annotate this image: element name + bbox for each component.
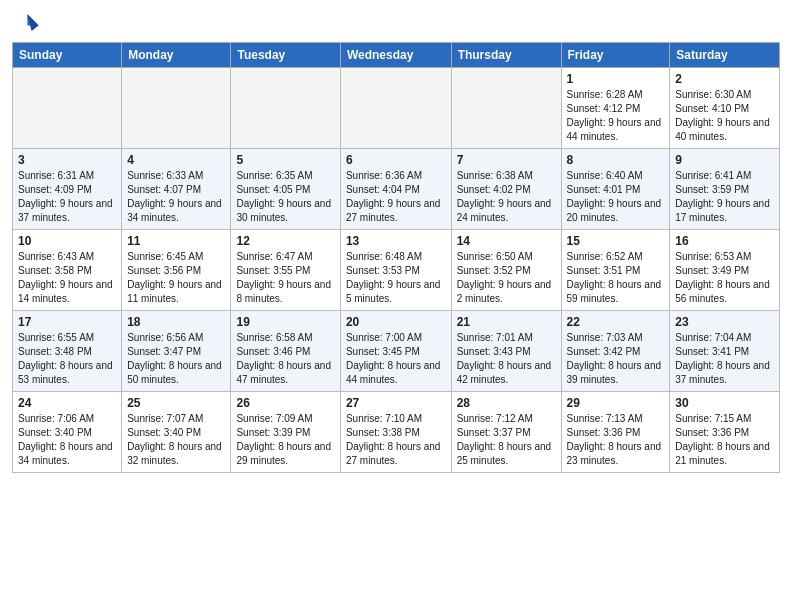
day-info: Sunrise: 6:53 AM Sunset: 3:49 PM Dayligh… (675, 250, 774, 306)
day-number: 18 (127, 315, 225, 329)
calendar-cell: 8Sunrise: 6:40 AM Sunset: 4:01 PM Daylig… (561, 149, 670, 230)
calendar-week-0: 1Sunrise: 6:28 AM Sunset: 4:12 PM Daylig… (13, 68, 780, 149)
calendar-cell: 28Sunrise: 7:12 AM Sunset: 3:37 PM Dayli… (451, 392, 561, 473)
calendar-cell (340, 68, 451, 149)
day-number: 6 (346, 153, 446, 167)
day-number: 29 (567, 396, 665, 410)
day-info: Sunrise: 6:56 AM Sunset: 3:47 PM Dayligh… (127, 331, 225, 387)
day-info: Sunrise: 7:07 AM Sunset: 3:40 PM Dayligh… (127, 412, 225, 468)
calendar-cell: 13Sunrise: 6:48 AM Sunset: 3:53 PM Dayli… (340, 230, 451, 311)
calendar-cell: 18Sunrise: 6:56 AM Sunset: 3:47 PM Dayli… (122, 311, 231, 392)
day-info: Sunrise: 7:10 AM Sunset: 3:38 PM Dayligh… (346, 412, 446, 468)
logo-icon (12, 10, 40, 38)
day-number: 30 (675, 396, 774, 410)
day-info: Sunrise: 6:38 AM Sunset: 4:02 PM Dayligh… (457, 169, 556, 225)
day-info: Sunrise: 6:43 AM Sunset: 3:58 PM Dayligh… (18, 250, 116, 306)
day-number: 20 (346, 315, 446, 329)
logo (12, 10, 42, 38)
calendar-header-monday: Monday (122, 43, 231, 68)
day-number: 24 (18, 396, 116, 410)
day-number: 23 (675, 315, 774, 329)
day-info: Sunrise: 6:58 AM Sunset: 3:46 PM Dayligh… (236, 331, 334, 387)
day-info: Sunrise: 7:04 AM Sunset: 3:41 PM Dayligh… (675, 331, 774, 387)
day-info: Sunrise: 7:00 AM Sunset: 3:45 PM Dayligh… (346, 331, 446, 387)
day-info: Sunrise: 6:31 AM Sunset: 4:09 PM Dayligh… (18, 169, 116, 225)
day-info: Sunrise: 6:28 AM Sunset: 4:12 PM Dayligh… (567, 88, 665, 144)
day-number: 4 (127, 153, 225, 167)
day-number: 14 (457, 234, 556, 248)
day-info: Sunrise: 6:36 AM Sunset: 4:04 PM Dayligh… (346, 169, 446, 225)
calendar-cell: 10Sunrise: 6:43 AM Sunset: 3:58 PM Dayli… (13, 230, 122, 311)
calendar-cell: 19Sunrise: 6:58 AM Sunset: 3:46 PM Dayli… (231, 311, 340, 392)
calendar-cell: 9Sunrise: 6:41 AM Sunset: 3:59 PM Daylig… (670, 149, 780, 230)
calendar-cell (122, 68, 231, 149)
calendar-cell: 25Sunrise: 7:07 AM Sunset: 3:40 PM Dayli… (122, 392, 231, 473)
calendar-cell: 16Sunrise: 6:53 AM Sunset: 3:49 PM Dayli… (670, 230, 780, 311)
calendar-cell: 2Sunrise: 6:30 AM Sunset: 4:10 PM Daylig… (670, 68, 780, 149)
calendar-cell: 14Sunrise: 6:50 AM Sunset: 3:52 PM Dayli… (451, 230, 561, 311)
day-number: 8 (567, 153, 665, 167)
calendar-cell: 30Sunrise: 7:15 AM Sunset: 3:36 PM Dayli… (670, 392, 780, 473)
day-number: 26 (236, 396, 334, 410)
day-info: Sunrise: 6:33 AM Sunset: 4:07 PM Dayligh… (127, 169, 225, 225)
calendar-cell: 26Sunrise: 7:09 AM Sunset: 3:39 PM Dayli… (231, 392, 340, 473)
day-number: 7 (457, 153, 556, 167)
calendar-cell (231, 68, 340, 149)
calendar-header-thursday: Thursday (451, 43, 561, 68)
calendar-table: SundayMondayTuesdayWednesdayThursdayFrid… (12, 42, 780, 473)
day-number: 13 (346, 234, 446, 248)
calendar-week-4: 24Sunrise: 7:06 AM Sunset: 3:40 PM Dayli… (13, 392, 780, 473)
day-info: Sunrise: 6:45 AM Sunset: 3:56 PM Dayligh… (127, 250, 225, 306)
calendar-cell: 17Sunrise: 6:55 AM Sunset: 3:48 PM Dayli… (13, 311, 122, 392)
calendar-header-row: SundayMondayTuesdayWednesdayThursdayFrid… (13, 43, 780, 68)
day-info: Sunrise: 7:13 AM Sunset: 3:36 PM Dayligh… (567, 412, 665, 468)
calendar-header-sunday: Sunday (13, 43, 122, 68)
day-info: Sunrise: 6:47 AM Sunset: 3:55 PM Dayligh… (236, 250, 334, 306)
calendar-header-wednesday: Wednesday (340, 43, 451, 68)
day-info: Sunrise: 6:40 AM Sunset: 4:01 PM Dayligh… (567, 169, 665, 225)
day-info: Sunrise: 6:30 AM Sunset: 4:10 PM Dayligh… (675, 88, 774, 144)
day-info: Sunrise: 6:48 AM Sunset: 3:53 PM Dayligh… (346, 250, 446, 306)
day-info: Sunrise: 6:50 AM Sunset: 3:52 PM Dayligh… (457, 250, 556, 306)
calendar-week-3: 17Sunrise: 6:55 AM Sunset: 3:48 PM Dayli… (13, 311, 780, 392)
day-info: Sunrise: 7:01 AM Sunset: 3:43 PM Dayligh… (457, 331, 556, 387)
day-info: Sunrise: 7:15 AM Sunset: 3:36 PM Dayligh… (675, 412, 774, 468)
calendar-header-tuesday: Tuesday (231, 43, 340, 68)
calendar-cell: 24Sunrise: 7:06 AM Sunset: 3:40 PM Dayli… (13, 392, 122, 473)
day-number: 17 (18, 315, 116, 329)
day-number: 28 (457, 396, 556, 410)
calendar-cell: 5Sunrise: 6:35 AM Sunset: 4:05 PM Daylig… (231, 149, 340, 230)
day-number: 16 (675, 234, 774, 248)
day-number: 27 (346, 396, 446, 410)
day-info: Sunrise: 6:52 AM Sunset: 3:51 PM Dayligh… (567, 250, 665, 306)
calendar-cell: 11Sunrise: 6:45 AM Sunset: 3:56 PM Dayli… (122, 230, 231, 311)
day-number: 9 (675, 153, 774, 167)
day-number: 19 (236, 315, 334, 329)
calendar-cell: 23Sunrise: 7:04 AM Sunset: 3:41 PM Dayli… (670, 311, 780, 392)
day-number: 25 (127, 396, 225, 410)
calendar-cell: 7Sunrise: 6:38 AM Sunset: 4:02 PM Daylig… (451, 149, 561, 230)
day-info: Sunrise: 7:03 AM Sunset: 3:42 PM Dayligh… (567, 331, 665, 387)
calendar-cell: 27Sunrise: 7:10 AM Sunset: 3:38 PM Dayli… (340, 392, 451, 473)
header (12, 10, 780, 38)
day-number: 11 (127, 234, 225, 248)
day-info: Sunrise: 7:06 AM Sunset: 3:40 PM Dayligh… (18, 412, 116, 468)
calendar-cell: 22Sunrise: 7:03 AM Sunset: 3:42 PM Dayli… (561, 311, 670, 392)
calendar-cell: 6Sunrise: 6:36 AM Sunset: 4:04 PM Daylig… (340, 149, 451, 230)
day-info: Sunrise: 7:09 AM Sunset: 3:39 PM Dayligh… (236, 412, 334, 468)
calendar-cell: 20Sunrise: 7:00 AM Sunset: 3:45 PM Dayli… (340, 311, 451, 392)
day-number: 22 (567, 315, 665, 329)
calendar-cell (13, 68, 122, 149)
day-number: 15 (567, 234, 665, 248)
calendar-cell: 1Sunrise: 6:28 AM Sunset: 4:12 PM Daylig… (561, 68, 670, 149)
day-number: 5 (236, 153, 334, 167)
calendar-cell: 21Sunrise: 7:01 AM Sunset: 3:43 PM Dayli… (451, 311, 561, 392)
day-number: 3 (18, 153, 116, 167)
calendar-cell: 3Sunrise: 6:31 AM Sunset: 4:09 PM Daylig… (13, 149, 122, 230)
day-number: 2 (675, 72, 774, 86)
calendar-cell: 15Sunrise: 6:52 AM Sunset: 3:51 PM Dayli… (561, 230, 670, 311)
calendar-cell: 12Sunrise: 6:47 AM Sunset: 3:55 PM Dayli… (231, 230, 340, 311)
day-info: Sunrise: 6:35 AM Sunset: 4:05 PM Dayligh… (236, 169, 334, 225)
day-info: Sunrise: 6:55 AM Sunset: 3:48 PM Dayligh… (18, 331, 116, 387)
day-number: 1 (567, 72, 665, 86)
